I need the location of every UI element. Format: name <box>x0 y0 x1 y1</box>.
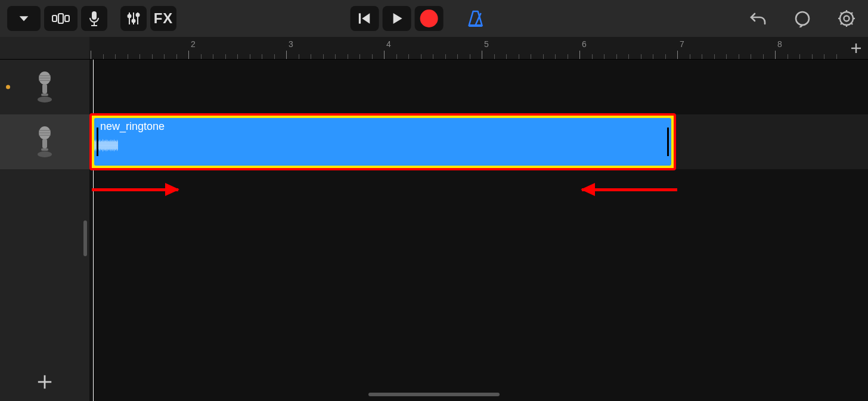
toolbar-right-group <box>744 6 861 31</box>
ruler-tick-minor <box>739 54 739 59</box>
ruler-tick-minor <box>763 54 764 59</box>
track-headers <box>0 60 89 401</box>
ruler-tick-minor <box>225 54 226 59</box>
home-indicator <box>368 393 500 396</box>
svg-point-9 <box>132 20 135 23</box>
svg-point-7 <box>128 15 131 18</box>
ruler-tick-minor <box>311 54 311 59</box>
track-settings-button[interactable] <box>7 6 41 31</box>
add-track-button[interactable] <box>0 374 89 390</box>
undo-icon <box>749 11 767 26</box>
ruler-tick-major <box>677 51 678 59</box>
ruler-tick-minor <box>115 54 116 59</box>
go-to-start-button[interactable] <box>351 6 379 31</box>
ruler-tick-minor <box>690 54 690 59</box>
ruler-tick-minor <box>665 54 666 59</box>
annotation-arrow-right <box>92 188 178 191</box>
svg-rect-33 <box>42 139 47 148</box>
ruler-tick-minor <box>592 54 593 59</box>
svg-rect-29 <box>42 84 47 94</box>
gear-icon <box>838 10 855 27</box>
timeline-ruler[interactable]: 2345678 <box>89 37 844 59</box>
view-mode-button[interactable] <box>44 6 78 31</box>
clip-trim-handle-left[interactable] <box>97 128 98 156</box>
ruler-tick-major <box>775 51 776 59</box>
svg-rect-30 <box>41 94 48 96</box>
skip-back-icon <box>357 11 373 26</box>
track-header[interactable] <box>0 60 89 114</box>
ruler-tick-minor <box>408 54 409 59</box>
undo-button[interactable] <box>744 6 773 31</box>
microphone-icon <box>88 11 100 26</box>
track-lane[interactable] <box>89 60 868 114</box>
metronome-button[interactable] <box>461 6 490 31</box>
timeline-add-button[interactable] <box>844 37 868 59</box>
record-button[interactable] <box>415 6 444 31</box>
ruler-tick-minor <box>128 54 128 59</box>
svg-rect-4 <box>94 22 95 25</box>
ruler-tick-minor <box>531 54 531 59</box>
ruler-tick-minor <box>372 54 373 59</box>
ruler-tick-minor <box>812 54 813 59</box>
svg-point-31 <box>38 97 52 102</box>
playhead[interactable] <box>93 60 94 401</box>
ruler-tick-minor <box>250 54 250 59</box>
settings-button[interactable] <box>832 6 861 31</box>
ruler-tick-minor <box>616 54 617 59</box>
svg-point-15 <box>796 12 809 25</box>
ruler-bar-label: 8 <box>777 39 782 49</box>
svg-rect-5 <box>91 25 97 26</box>
ruler-tick-minor <box>788 54 788 59</box>
ruler-tick-minor <box>152 54 153 59</box>
svg-rect-2 <box>65 15 69 21</box>
ruler-tick-minor <box>494 54 495 59</box>
annotation-arrow-left <box>582 188 677 191</box>
tracks-area: new_ringtone <box>0 60 868 401</box>
ruler-tick-minor <box>519 54 519 59</box>
svg-rect-3 <box>92 11 97 20</box>
audio-clip-body[interactable]: new_ringtone <box>94 118 671 166</box>
ruler-tick-minor <box>628 54 629 59</box>
ruler-tick-minor <box>457 54 458 59</box>
ruler-bar-label: 5 <box>484 39 489 49</box>
mic-input-button[interactable] <box>81 6 107 31</box>
ruler-tick-minor <box>653 54 653 59</box>
clip-name-label: new_ringtone <box>100 120 165 133</box>
ruler-bar-label: 4 <box>386 39 391 49</box>
loop-browser-button[interactable] <box>788 6 817 31</box>
ruler-tick-minor <box>726 54 727 59</box>
track-active-indicator <box>6 85 10 89</box>
chevron-down-icon <box>17 12 30 25</box>
ruler-row: 2345678 <box>0 37 868 60</box>
ruler-head-spacer <box>0 37 89 59</box>
ruler-tick-minor <box>237 54 238 59</box>
toolbar: FX <box>0 0 868 37</box>
ruler-tick-minor <box>140 54 140 59</box>
svg-rect-1 <box>58 14 63 23</box>
ruler-tick-minor <box>335 54 336 59</box>
ruler-tick-minor <box>543 54 544 59</box>
transport-group <box>351 6 490 31</box>
ruler-tick-major <box>579 51 580 59</box>
ruler-tick-minor <box>396 54 397 59</box>
ruler-tick-minor <box>299 54 299 59</box>
metronome-icon <box>466 10 485 27</box>
sliders-icon <box>127 11 140 26</box>
ruler-tick-minor <box>213 54 213 59</box>
track-scroll-thumb[interactable] <box>83 220 87 256</box>
ruler-tick-minor <box>201 54 202 59</box>
ruler-tick-minor <box>799 54 800 59</box>
svg-point-35 <box>38 151 52 157</box>
ruler-tick-minor <box>274 54 275 59</box>
play-icon <box>390 11 404 26</box>
mixer-button[interactable] <box>120 6 147 31</box>
track-header[interactable] <box>0 114 89 169</box>
audio-clip[interactable]: new_ringtone <box>89 113 676 170</box>
clip-trim-handle-right[interactable] <box>667 128 669 156</box>
toolbar-left-group: FX <box>7 6 176 31</box>
ruler-tick-major <box>482 51 482 59</box>
ruler-tick-minor <box>421 54 421 59</box>
track-lanes[interactable]: new_ringtone <box>89 60 868 401</box>
fx-button[interactable]: FX <box>150 6 176 31</box>
play-button[interactable] <box>383 6 411 31</box>
